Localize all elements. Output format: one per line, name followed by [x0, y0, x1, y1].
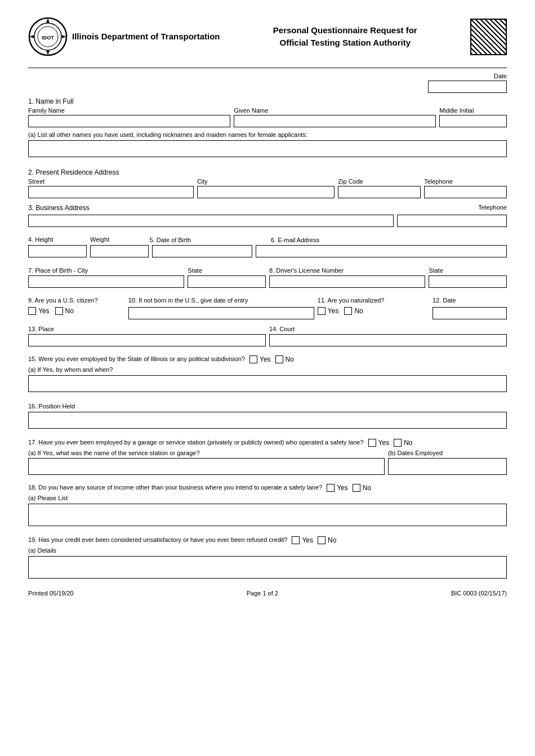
street-input[interactable] — [28, 186, 194, 198]
income-no-checkbox[interactable] — [353, 484, 360, 492]
middle-initial-label: Middle Initial — [439, 107, 507, 114]
qr-code — [470, 19, 507, 55]
hwde-label-row: 4. Height Weight 5. Date of Birth 6. E-m… — [28, 236, 507, 244]
citizen-yes-area: Yes — [28, 307, 50, 315]
dates-emp-col — [388, 458, 507, 475]
court-col — [269, 334, 507, 346]
family-name-input[interactable] — [28, 115, 230, 127]
business-address-col — [28, 215, 394, 227]
date12-label: 12. Date — [433, 297, 507, 304]
citizen-col: 9. Are you a U.S. citizen? Yes No — [28, 297, 125, 315]
income-yes-checkbox[interactable] — [327, 484, 335, 492]
given-name-label: Given Name — [234, 107, 436, 114]
emp-state-a-input[interactable] — [28, 375, 507, 392]
page-footer: Printed 05/19/20 Page 1 of 2 BIC 0003 (0… — [28, 590, 507, 597]
license-input[interactable] — [269, 275, 425, 288]
date12-input[interactable] — [433, 307, 507, 319]
dob-input[interactable] — [152, 245, 252, 257]
garage-name-label-area: (a) If Yes, what was the name of the ser… — [28, 449, 385, 457]
section-2-label: 2. Present Residence Address — [28, 168, 507, 176]
garage-employed-row: 17. Have you ever been employed by a gar… — [28, 439, 507, 447]
place-label-area: 13. Place — [28, 325, 266, 333]
credit-no-checkbox[interactable] — [318, 536, 326, 544]
business-address-input[interactable] — [28, 215, 394, 227]
nat-yes-checkbox[interactable] — [318, 307, 326, 315]
pob-col — [28, 275, 184, 288]
credit-no-area: No — [318, 536, 336, 544]
address-row: Street City Zip Code Telephone — [28, 178, 507, 198]
given-name-input[interactable] — [234, 115, 436, 127]
garage-no-checkbox[interactable] — [394, 439, 402, 447]
weight-input[interactable] — [90, 245, 149, 257]
section-17: 17. Have you ever been employed by a gar… — [28, 439, 507, 475]
svg-marker-7 — [62, 35, 66, 38]
citizen-no-checkbox[interactable] — [55, 307, 63, 315]
zip-label: Zip Code — [338, 178, 421, 185]
email-input[interactable] — [256, 245, 507, 257]
emp-state-no-label: No — [286, 355, 294, 363]
income-yes-label: Yes — [337, 484, 348, 492]
court-input[interactable] — [269, 334, 507, 346]
license-label-area: 8. Driver's License Number — [269, 266, 425, 274]
emp-state-no-checkbox[interactable] — [275, 355, 283, 363]
credit-details-label: (a) Details — [28, 547, 56, 554]
height-weight-labels: 4. Height Weight — [28, 236, 146, 244]
street-label: Street — [28, 178, 194, 185]
naturalized-col: 11. Are you naturalized? Yes No — [318, 297, 429, 315]
garage-no-label: No — [404, 439, 412, 447]
credit-yes-checkbox[interactable] — [292, 536, 300, 544]
family-name-label: Family Name — [28, 107, 230, 114]
citizen-yes-checkbox[interactable] — [28, 307, 36, 315]
telephone-input[interactable] — [424, 186, 507, 198]
street-col: Street — [28, 178, 194, 198]
pob-label: 7. Place of Birth - City — [28, 267, 88, 274]
emp-state-yes-checkbox[interactable] — [249, 355, 257, 363]
section-13-14: 13. Place 14. Court — [28, 325, 507, 346]
form-title: Personal Questionnaire Request for Offic… — [231, 24, 459, 50]
family-name-col: Family Name — [28, 107, 230, 127]
date12-col: 12. Date — [433, 297, 507, 319]
income-list-input[interactable] — [28, 504, 507, 526]
dates-emp-label-area: (b) Dates Employed — [388, 449, 507, 457]
section-16: 16. Position Held — [28, 402, 507, 429]
birth-license-label-row: 7. Place of Birth - City State 8. Driver… — [28, 266, 507, 274]
place-input[interactable] — [28, 334, 266, 346]
section-3-label: 3. Business Address — [28, 204, 90, 212]
credit-yes-area: Yes — [292, 536, 313, 544]
employed-state-row: 15. Were you ever employed by the State … — [28, 355, 507, 363]
citizen-checkboxes: Yes No — [28, 307, 125, 315]
income-row: 18. Do you have any source of income oth… — [28, 484, 507, 492]
garage-yes-checkbox[interactable] — [368, 439, 376, 447]
credit-details-input[interactable] — [28, 556, 507, 579]
date-input[interactable] — [428, 81, 507, 93]
pob-input[interactable] — [28, 275, 184, 288]
form-code: BIC 0003 (02/15/17) — [451, 590, 507, 597]
city-input[interactable] — [197, 186, 335, 198]
garage-name-col — [28, 458, 385, 475]
dates-emp-input[interactable] — [388, 458, 507, 475]
nat-no-checkbox[interactable] — [344, 307, 352, 315]
other-names-input[interactable] — [28, 140, 507, 157]
middle-initial-input[interactable] — [439, 115, 507, 127]
section-4-5-6: 4. Height Weight 5. Date of Birth 6. E-m… — [28, 236, 507, 257]
place-label: 13. Place — [28, 326, 54, 332]
telephone-label: Telephone — [424, 178, 507, 185]
height-input[interactable] — [28, 245, 87, 257]
garage-yes-label: Yes — [378, 439, 390, 447]
state1-input[interactable] — [188, 275, 266, 288]
date-entry-input[interactable] — [128, 307, 314, 319]
idot-logo: IDOT — [28, 17, 68, 56]
zip-col: Zip Code — [338, 178, 421, 198]
date-label: Date — [494, 73, 507, 79]
state2-input[interactable] — [429, 275, 507, 288]
email-label: 6. E-mail Address — [271, 237, 319, 243]
position-held-input[interactable] — [28, 412, 507, 429]
zip-input[interactable] — [338, 186, 421, 198]
citizen-no-label: No — [65, 307, 74, 315]
business-telephone-col — [397, 215, 507, 227]
citizen-yes-label: Yes — [38, 307, 50, 315]
garage-name-input[interactable] — [28, 458, 385, 475]
section-1-label: 1. Name in Full — [28, 97, 507, 105]
business-telephone-input[interactable] — [397, 215, 507, 227]
business-header-row: 3. Business Address Telephone — [28, 204, 507, 214]
